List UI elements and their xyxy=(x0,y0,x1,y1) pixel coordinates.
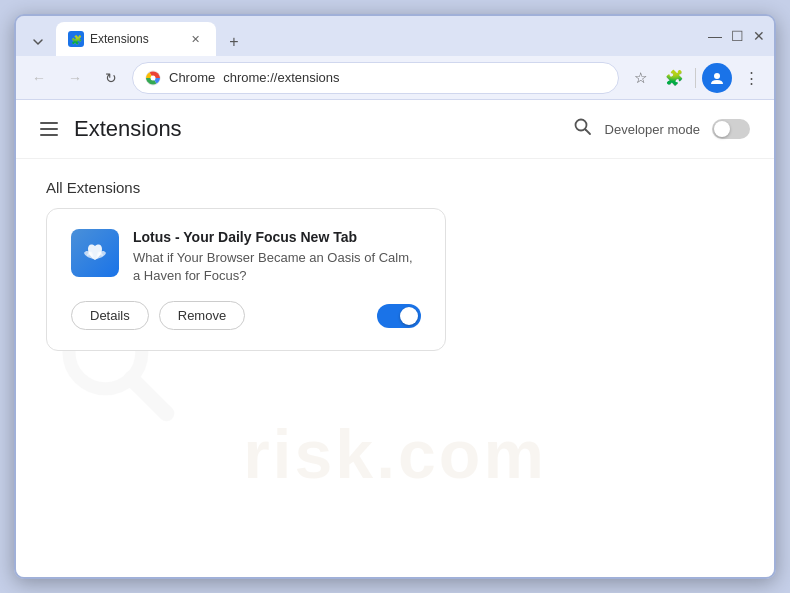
profile-btn[interactable] xyxy=(702,63,732,93)
tab-close-btn[interactable]: ✕ xyxy=(186,30,204,48)
remove-btn[interactable]: Remove xyxy=(159,301,245,330)
close-btn[interactable]: ✕ xyxy=(752,29,766,43)
new-tab-btn[interactable]: + xyxy=(220,28,248,56)
ext-toggle[interactable] xyxy=(377,304,421,328)
dev-mode-toggle[interactable] xyxy=(712,119,750,139)
svg-line-6 xyxy=(585,129,590,134)
details-btn[interactable]: Details xyxy=(71,301,149,330)
dev-mode-toggle-knob xyxy=(714,121,730,137)
ext-toggle-knob xyxy=(400,307,418,325)
svg-line-8 xyxy=(131,378,166,413)
extensions-area: risk.com All Extensions xyxy=(16,159,774,577)
chrome-label: Chrome xyxy=(169,70,215,85)
dev-mode-label: Developer mode xyxy=(605,122,700,137)
extension-card: Lotus - Your Daily Focus New Tab What if… xyxy=(46,208,446,351)
ext-actions: Details Remove xyxy=(71,301,421,330)
hamburger-btn[interactable] xyxy=(40,122,58,136)
ext-icon xyxy=(71,229,119,277)
svg-text:🧩: 🧩 xyxy=(71,34,83,46)
svg-point-3 xyxy=(151,75,156,80)
address-bar[interactable]: Chrome chrome://extensions xyxy=(132,62,619,94)
section-title: All Extensions xyxy=(46,179,744,196)
tab-dropdown-btn[interactable] xyxy=(24,28,52,56)
minimize-btn[interactable]: — xyxy=(708,29,722,43)
extensions-btn[interactable]: 🧩 xyxy=(659,63,689,93)
nav-bar: ← → ↻ Chrome chrome://extensions ☆ 🧩 xyxy=(16,56,774,100)
page-content: Extensions Developer mode xyxy=(16,100,774,577)
forward-btn[interactable]: → xyxy=(60,63,90,93)
refresh-btn[interactable]: ↻ xyxy=(96,63,126,93)
more-btn[interactable]: ⋮ xyxy=(736,63,766,93)
header-right: Developer mode xyxy=(573,117,750,142)
ext-desc: What if Your Browser Became an Oasis of … xyxy=(133,249,421,285)
header-left: Extensions xyxy=(40,116,182,142)
title-bar: 🧩 Extensions ✕ + — ☐ ✕ xyxy=(16,16,774,56)
ext-name: Lotus - Your Daily Focus New Tab xyxy=(133,229,421,245)
address-text: chrome://extensions xyxy=(223,70,606,85)
watermark-bottom: risk.com xyxy=(243,415,547,493)
page-title: Extensions xyxy=(74,116,182,142)
tab-favicon-icon: 🧩 xyxy=(68,31,84,47)
search-btn[interactable] xyxy=(573,117,593,142)
profile-icon xyxy=(709,70,725,86)
browser-window: 🧩 Extensions ✕ + — ☐ ✕ ← → ↻ xyxy=(14,14,776,579)
page-header: Extensions Developer mode xyxy=(16,100,774,159)
bookmark-btn[interactable]: ☆ xyxy=(625,63,655,93)
window-controls: — ☐ ✕ xyxy=(708,29,766,43)
nav-actions: ☆ 🧩 ⋮ xyxy=(625,63,766,93)
svg-point-4 xyxy=(714,73,720,79)
tab-title: Extensions xyxy=(90,32,180,46)
chrome-logo-icon xyxy=(145,70,161,86)
active-tab[interactable]: 🧩 Extensions ✕ xyxy=(56,22,216,56)
tab-strip: 🧩 Extensions ✕ + xyxy=(24,16,704,56)
lotus-icon xyxy=(80,238,110,268)
nav-divider xyxy=(695,68,696,88)
svg-point-5 xyxy=(575,119,586,130)
ext-info: Lotus - Your Daily Focus New Tab What if… xyxy=(133,229,421,285)
back-btn[interactable]: ← xyxy=(24,63,54,93)
ext-header: Lotus - Your Daily Focus New Tab What if… xyxy=(71,229,421,285)
maximize-btn[interactable]: ☐ xyxy=(730,29,744,43)
